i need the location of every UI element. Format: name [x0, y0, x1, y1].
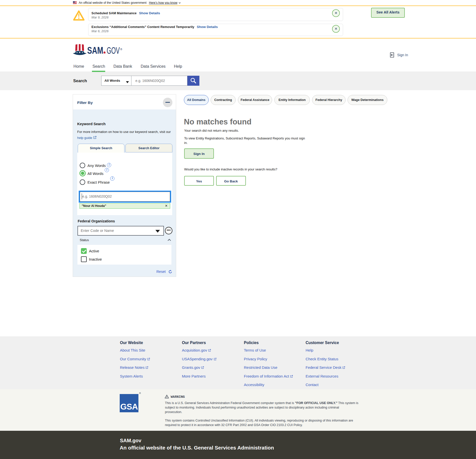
- svg-text:GOV: GOV: [107, 45, 120, 56]
- svg-text:SAM: SAM: [87, 45, 103, 56]
- svg-text:®: ®: [120, 48, 122, 51]
